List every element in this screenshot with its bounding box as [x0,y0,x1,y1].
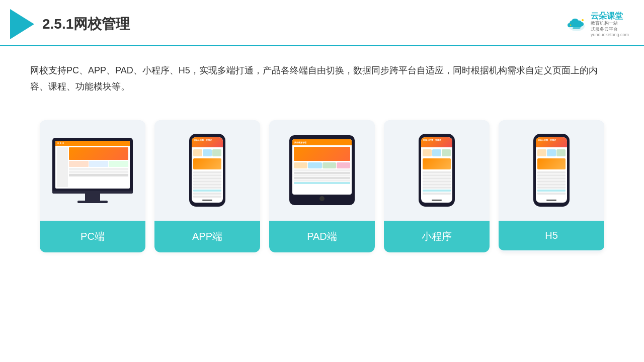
tablet-row [294,182,350,184]
brand-name: 云朵课堂 [591,11,623,21]
nav-dot [57,142,59,144]
phone-bottom-bar [202,200,212,201]
phone-notch [203,134,212,136]
h5-row [537,174,566,176]
tablet-grid-item [337,162,350,168]
content-row [193,177,221,179]
card-pc-image [40,120,145,221]
tablet-frame: 网校课堂管理 [289,135,355,205]
h5-row [537,187,566,189]
phone-content-rows [193,171,221,198]
tablet-nav-text: 网校课堂管理 [294,141,306,144]
card-app: 职场人的第一堂精讲 [154,120,260,252]
content-row [193,184,221,186]
h5-row [537,171,566,173]
mini-grid-item [442,149,451,156]
tablet-grid-item [294,162,307,168]
tablet-home-btn [319,196,325,201]
nav-dot [62,142,64,144]
header-left: 2.5.1网校管理 [10,9,130,39]
mini-banner [423,158,451,169]
h5-row [537,193,566,195]
svg-point-2 [570,25,571,26]
phone-frame: 职场人的第一堂精讲 [189,134,225,207]
tablet-screen: 网校课堂管理 [292,139,352,195]
card-miniapp-image: 职场人的第一堂精讲 [384,120,490,221]
tablet-grid-item [308,162,321,168]
brand-logo: 云朵课堂 教育机构一站式服务云平台 yunduoketang.com [566,11,629,38]
card-pad-label: PAD端 [269,221,375,252]
phone-body-h5 [536,147,567,196]
tablet-screen-body [292,145,352,186]
screen-row [69,168,128,170]
phone-screen-mini: 职场人的第一堂精讲 [421,137,452,203]
card-h5: 职场人的第一堂精讲 [499,120,604,252]
card-app-image: 职场人的第一堂精讲 [154,120,260,221]
content-row [193,193,221,195]
tablet-mockup: 网校课堂管理 [289,135,355,205]
h5-row [537,190,566,192]
phone-screen: 职场人的第一堂精讲 [192,137,223,203]
phone-banner [193,158,221,169]
grid-item [203,149,212,156]
card-miniapp-label: 小程序 [384,221,490,252]
tablet-row [294,179,350,182]
content-row [193,174,221,176]
tablet-rows [294,169,350,184]
screen-rows [69,168,128,176]
mini-grid-item [432,149,441,156]
card-pad-image: 网校课堂管理 [269,120,375,221]
phone-notch-mini [432,134,441,136]
description-text: 网校支持PC、APP、PAD、小程序、H5，实现多端打通，产品各终端自由切换，数… [0,46,644,105]
mini-row [423,171,451,173]
h5-grid-item [547,149,556,156]
mini-row [423,187,451,189]
screen-row [69,174,128,176]
phone-title: 职场人的第一堂精讲 [192,137,223,143]
screen-card [89,161,109,167]
svg-point-1 [582,19,584,21]
page-title: 2.5.1网校管理 [42,15,130,34]
screen-main [69,147,128,187]
phone-top-mini: 职场人的第一堂精讲 [421,137,452,147]
h5-content-rows [537,171,566,195]
tablet-grid [294,162,350,168]
phone-frame-mini: 职场人的第一堂精讲 [419,134,455,207]
header: 2.5.1网校管理 云朵课堂 教育机构一站式服务云平台 yunduoketang… [0,0,644,46]
brand-text: 云朵课堂 教育机构一站式服务云平台 yunduoketang.com [591,11,629,38]
brand-domain: yunduoketang.com [591,32,629,37]
card-pc-label: PC端 [40,221,145,252]
header-right: 云朵课堂 教育机构一站式服务云平台 yunduoketang.com [566,11,629,38]
cloud-logo-icon [566,16,588,32]
grid-item [212,149,221,156]
monitor-frame [52,138,133,191]
phone-grid-mini [423,149,451,156]
cards-container: PC端 职场人的第一堂精讲 [0,110,644,267]
phone-body-mini [421,147,452,196]
phone-screen-body [192,147,223,199]
card-h5-label: H5 [499,221,604,250]
screen-card [69,161,89,167]
screen-cards [69,161,128,167]
screen-card [109,161,128,167]
monitor-foot [77,201,108,203]
mini-row [423,193,451,195]
phone-title-h5: 职场人的第一堂精讲 [536,137,567,143]
phone-top-h5: 职场人的第一堂精讲 [536,137,567,147]
phone-screen-top: 职场人的第一堂精讲 [192,137,223,147]
phone-mockup-app: 职场人的第一堂精讲 [189,134,225,207]
screen-banner [69,147,128,160]
tablet-row [294,169,350,171]
h5-row [537,180,566,183]
h5-grid-item [556,149,566,156]
mini-bottom-bar [432,200,442,201]
phone-title-mini: 职场人的第一堂精讲 [421,137,452,143]
content-row [193,190,221,192]
h5-row [537,177,566,179]
card-miniapp: 职场人的第一堂精讲 [384,120,490,252]
h5-banner [537,158,566,169]
phone-grid [193,149,221,156]
mini-grid-item [423,149,432,156]
phone-notch-h5 [547,134,556,136]
content-row [193,196,221,198]
